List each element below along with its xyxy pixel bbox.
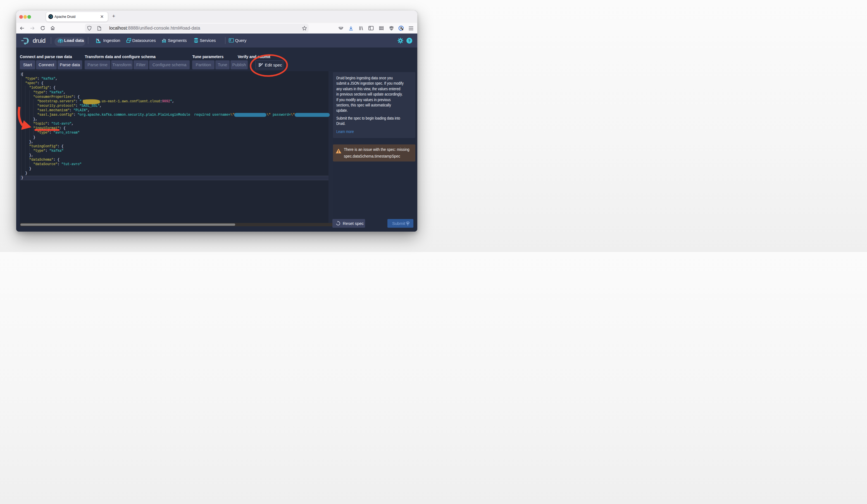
svg-text:uO: uO [390, 28, 393, 29]
svg-text:?: ? [408, 39, 410, 43]
